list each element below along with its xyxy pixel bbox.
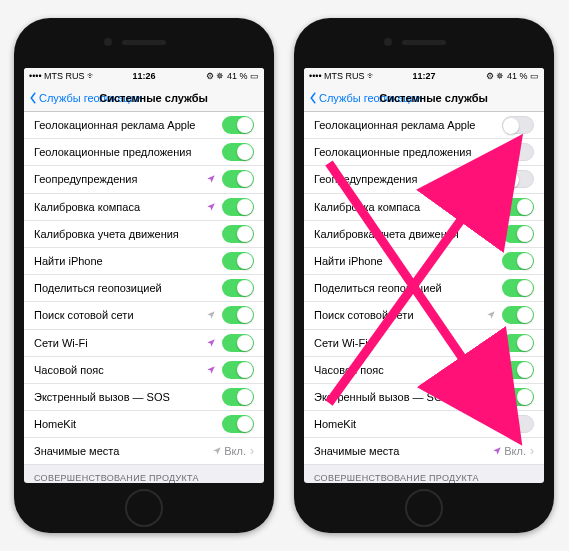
toggle-switch[interactable]	[502, 198, 534, 216]
settings-row[interactable]: Часовой пояс	[24, 357, 264, 384]
section-header: СОВЕРШЕНСТВОВАНИЕ ПРОДУКТА	[24, 465, 264, 483]
row-label: Поиск сотовой сети	[34, 309, 200, 321]
status-bar: •••• MTS RUS ᯤ 11:26 ⚙ ✵ 41 % ▭	[24, 68, 264, 84]
toggle-switch[interactable]	[222, 116, 254, 134]
settings-row[interactable]: Калибровка учета движения	[24, 221, 264, 248]
toggle-knob	[517, 362, 533, 378]
toggle-knob	[517, 389, 533, 405]
settings-row[interactable]: Геопредупреждения	[24, 166, 264, 193]
status-battery: ⚙ ✵ 41 % ▭	[206, 71, 259, 81]
settings-row[interactable]: Сети Wi-Fi	[304, 330, 544, 357]
toggle-switch[interactable]	[502, 415, 534, 433]
screen: •••• MTS RUS ᯤ 11:26 ⚙ ✵ 41 % ▭ Службы г…	[24, 68, 264, 483]
row-label: HomeKit	[314, 418, 496, 430]
toggle-switch[interactable]	[502, 143, 534, 161]
toggle-knob	[517, 335, 533, 351]
settings-row[interactable]: Геолокационные предложения	[24, 139, 264, 166]
settings-list: Геолокационная реклама Apple Геолокацион…	[304, 112, 544, 483]
toggle-knob	[237, 117, 253, 133]
toggle-knob	[517, 199, 533, 215]
toggle-switch[interactable]	[502, 334, 534, 352]
toggle-switch[interactable]	[502, 170, 534, 188]
toggle-switch[interactable]	[222, 198, 254, 216]
toggle-switch[interactable]	[222, 306, 254, 324]
settings-row[interactable]: Поиск сотовой сети	[24, 302, 264, 329]
toggle-switch[interactable]	[502, 252, 534, 270]
page-title: Системные службы	[99, 92, 208, 104]
toggle-switch[interactable]	[222, 334, 254, 352]
row-label: Найти iPhone	[314, 255, 496, 267]
settings-row[interactable]: Поделиться геопозицией	[24, 275, 264, 302]
toggle-switch[interactable]	[222, 143, 254, 161]
settings-row[interactable]: Найти iPhone	[304, 248, 544, 275]
status-battery: ⚙ ✵ 41 % ▭	[486, 71, 539, 81]
toggle-switch[interactable]	[222, 225, 254, 243]
location-indicator-icon	[206, 365, 216, 375]
row-label: Часовой пояс	[34, 364, 200, 376]
toggle-knob	[237, 171, 253, 187]
row-label: Поделиться геопозицией	[314, 282, 496, 294]
settings-row[interactable]: Калибровка компаса	[304, 194, 544, 221]
settings-row[interactable]: Геолокационные предложения	[304, 139, 544, 166]
toggle-knob	[237, 335, 253, 351]
toggle-switch[interactable]	[222, 252, 254, 270]
toggle-switch[interactable]	[222, 170, 254, 188]
location-indicator-icon	[206, 202, 216, 212]
page-title: Системные службы	[379, 92, 488, 104]
settings-row[interactable]: Поиск сотовой сети	[304, 302, 544, 329]
row-label: Экстренный вызов — SOS	[314, 391, 496, 403]
row-label: HomeKit	[34, 418, 216, 430]
row-value: Вкл. ›	[212, 444, 254, 458]
settings-row[interactable]: Калибровка компаса	[24, 194, 264, 221]
toggle-knob	[517, 307, 533, 323]
toggle-knob	[237, 253, 253, 269]
toggle-switch[interactable]	[502, 279, 534, 297]
settings-row[interactable]: Часовой пояс	[304, 357, 544, 384]
settings-row[interactable]: Экстренный вызов — SOS	[304, 384, 544, 411]
phone-camera	[384, 38, 392, 46]
toggle-knob	[517, 253, 533, 269]
significant-locations-row[interactable]: Значимые места Вкл. ›	[304, 438, 544, 465]
toggle-knob	[503, 145, 519, 161]
settings-row[interactable]: Геолокационная реклама Apple	[24, 112, 264, 139]
row-label: Калибровка компаса	[34, 201, 200, 213]
toggle-switch[interactable]	[502, 116, 534, 134]
home-button[interactable]	[405, 489, 443, 527]
toggle-switch[interactable]	[502, 306, 534, 324]
row-label: Геолокационные предложения	[314, 146, 496, 158]
toggle-switch[interactable]	[222, 361, 254, 379]
row-label: Сети Wi-Fi	[34, 337, 200, 349]
settings-row[interactable]: Поделиться геопозицией	[304, 275, 544, 302]
chevron-right-icon: ›	[530, 444, 534, 458]
settings-row[interactable]: Сети Wi-Fi	[24, 330, 264, 357]
settings-row[interactable]: Геопредупреждения	[304, 166, 544, 193]
toggle-switch[interactable]	[502, 388, 534, 406]
toggle-knob	[503, 172, 519, 188]
settings-row[interactable]: Калибровка учета движения	[304, 221, 544, 248]
row-label: Калибровка учета движения	[314, 228, 496, 240]
settings-row[interactable]: Геолокационная реклама Apple	[304, 112, 544, 139]
row-value: Вкл. ›	[492, 444, 534, 458]
home-button[interactable]	[125, 489, 163, 527]
settings-row[interactable]: HomeKit	[24, 411, 264, 438]
toggle-switch[interactable]	[502, 361, 534, 379]
row-label: Геолокационная реклама Apple	[314, 119, 496, 131]
settings-row[interactable]: Экстренный вызов — SOS	[24, 384, 264, 411]
row-label: Найти iPhone	[34, 255, 216, 267]
row-label: Сети Wi-Fi	[314, 337, 480, 349]
row-label: Геопредупреждения	[34, 173, 200, 185]
toggle-switch[interactable]	[222, 279, 254, 297]
status-carrier: •••• MTS RUS ᯤ	[309, 71, 376, 81]
row-label: Часовой пояс	[314, 364, 480, 376]
location-indicator-icon	[212, 446, 222, 456]
significant-locations-row[interactable]: Значимые места Вкл. ›	[24, 438, 264, 465]
row-label: Геопредупреждения	[314, 173, 480, 185]
toggle-switch[interactable]	[222, 415, 254, 433]
toggle-switch[interactable]	[502, 225, 534, 243]
settings-row[interactable]: Найти iPhone	[24, 248, 264, 275]
row-label: Поделиться геопозицией	[34, 282, 216, 294]
toggle-switch[interactable]	[222, 388, 254, 406]
phone-frame: •••• MTS RUS ᯤ 11:27 ⚙ ✵ 41 % ▭ Службы г…	[294, 18, 554, 533]
status-time: 11:27	[412, 71, 435, 81]
settings-row[interactable]: HomeKit	[304, 411, 544, 438]
